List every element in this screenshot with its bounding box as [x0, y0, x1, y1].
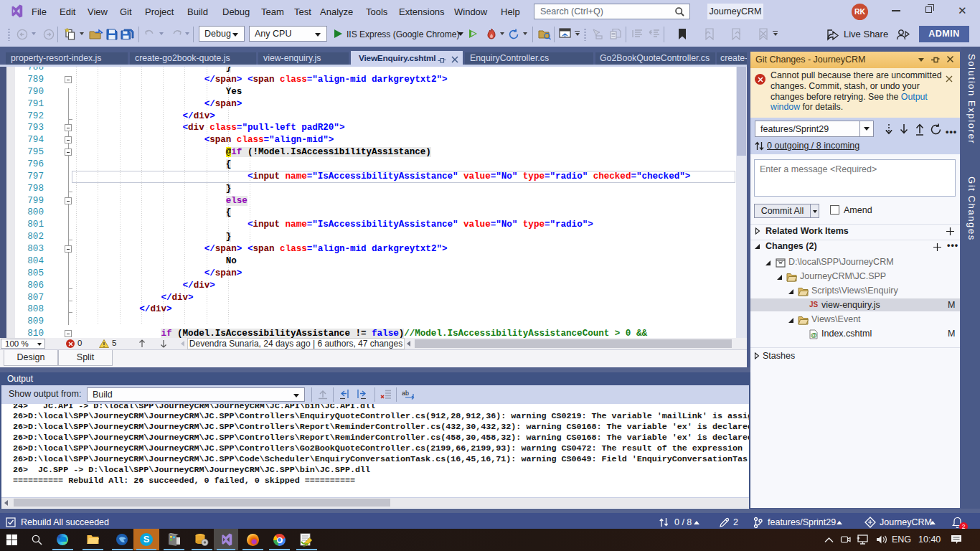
svg-text:ab: ab	[402, 390, 409, 397]
svg-text:@: @	[811, 331, 817, 339]
